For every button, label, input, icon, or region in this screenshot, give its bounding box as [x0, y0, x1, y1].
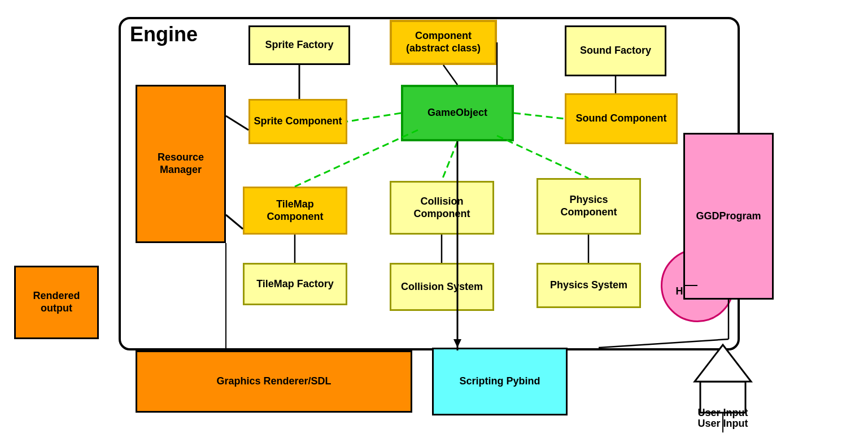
tilemap-factory-box: TileMap Factory: [243, 263, 347, 305]
collision-system-box: Collision System: [390, 263, 494, 311]
sprite-component-box: Sprite Component: [248, 99, 347, 144]
scripting-pybind-box: Scripting Pybind: [432, 348, 568, 415]
tilemap-component-box: TileMap Component: [243, 187, 347, 235]
engine-label: Engine: [130, 23, 198, 46]
physics-component-box: Physics Component: [536, 178, 641, 235]
diagram-container: Engine Resource Manager Sprite Factory C…: [6, 6, 862, 427]
resource-manager-box: Resource Manager: [136, 85, 226, 243]
rendered-output-box: Rendered output: [14, 266, 99, 339]
collision-component-box: Collision Component: [390, 181, 494, 235]
svg-text:User Input: User Input: [697, 418, 748, 429]
physics-system-box: Physics System: [536, 263, 641, 308]
sound-component-box: Sound Component: [565, 93, 678, 144]
component-abstract-box: Component (abstract class): [390, 20, 497, 65]
sound-factory-box: Sound Factory: [565, 25, 666, 76]
user-input-label: User Input: [678, 407, 768, 419]
ggdprogram-box: GGDProgram: [683, 133, 774, 300]
graphics-renderer-box: Graphics Renderer/SDL: [136, 350, 412, 413]
gameobject-box: GameObject: [401, 85, 514, 141]
sprite-factory-box: Sprite Factory: [248, 25, 350, 65]
